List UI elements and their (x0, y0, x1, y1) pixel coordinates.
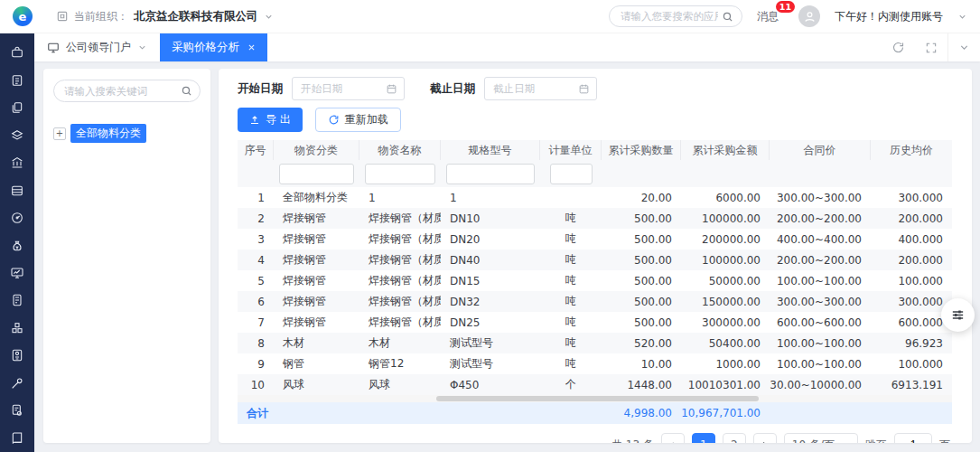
table-cell: 300.00~300.00 (770, 291, 871, 312)
material-name-link[interactable]: 风球 (359, 374, 441, 395)
material-name-link[interactable]: 焊接钢管（材质... (359, 229, 441, 250)
column-settings-button[interactable] (941, 298, 975, 332)
sidebar-item-report[interactable] (0, 66, 34, 93)
table-cell: 10010301.00 (681, 374, 770, 395)
table-cell: 300.000 (871, 187, 952, 208)
column-filter-input-1[interactable] (279, 164, 354, 184)
table-cell: 9 (238, 353, 274, 374)
end-date-picker[interactable] (484, 77, 597, 100)
calendar-icon (386, 83, 397, 95)
tab-procurement-price-analysis[interactable]: 采购价格分析 (160, 33, 267, 61)
table-cell: 100.00~100.00 (770, 333, 871, 353)
table-cell: 焊接钢管 (274, 250, 359, 270)
sidebar-item-rows[interactable] (0, 176, 34, 203)
page-size-select[interactable]: 10 条/页 (784, 433, 858, 443)
material-name-link[interactable]: 钢管12 (359, 353, 441, 374)
summary-cell (770, 402, 871, 424)
material-name-link[interactable]: 焊接钢管（材质... (359, 250, 441, 270)
refresh-icon[interactable] (882, 33, 915, 61)
table-cell: 吨 (540, 291, 602, 312)
column-header: 合同价 (770, 140, 871, 160)
table-cell: 1 (441, 187, 540, 208)
sidebar-item-cubes[interactable] (0, 315, 34, 342)
material-name-link[interactable]: 木材 (359, 333, 441, 353)
page-size-value: 10 条/页 (792, 438, 835, 444)
fullscreen-icon[interactable] (915, 33, 947, 61)
sidebar-item-wrench[interactable] (0, 370, 34, 397)
sidebar-item-book[interactable] (0, 425, 34, 452)
tree-search-icon[interactable] (181, 85, 192, 97)
table-row: 7焊接钢管焊接钢管（材质...DN25吨500.00300000.00600.0… (238, 312, 952, 333)
org-switcher[interactable]: 当前组织： 北京益企联科技有限公司 (56, 9, 274, 24)
messages-link[interactable]: 消息 11 (757, 9, 784, 24)
table-cell: 5 (238, 270, 274, 291)
table-cell: 测试型号 (441, 353, 540, 374)
avatar[interactable] (798, 5, 820, 27)
export-label: 导 出 (266, 112, 291, 127)
sidebar-item-doc-gear[interactable] (0, 397, 34, 424)
table-cell: 500.00 (602, 291, 681, 312)
tree-node-all-materials[interactable]: 全部物料分类 (70, 124, 146, 143)
table-row: 4焊接钢管焊接钢管（材质...DN40吨500.00100000.00200.0… (238, 250, 952, 270)
column-header: 物资分类 (274, 140, 359, 160)
sidebar-item-chart-monitor[interactable] (0, 259, 34, 287)
reload-button[interactable]: 重新加载 (315, 108, 401, 132)
end-date-input[interactable] (493, 83, 574, 94)
doc-gear-icon (10, 403, 24, 418)
app-search-input[interactable] (621, 11, 718, 22)
table-cell: 200.00~200.00 (770, 250, 871, 270)
page-button-1[interactable]: 1 (692, 433, 715, 443)
tree-root-row: + 全部物料分类 (53, 124, 201, 143)
table-cell: 风球 (274, 374, 359, 395)
tab-close-icon[interactable] (247, 43, 256, 52)
tree-search-input[interactable] (64, 86, 176, 97)
page-button-2[interactable]: 2 (723, 433, 746, 443)
app-search[interactable] (609, 5, 742, 27)
column-filter-input-2[interactable] (365, 164, 435, 184)
sidebar-item-badge[interactable] (0, 342, 34, 369)
column-filter-input-4[interactable] (550, 164, 593, 184)
table-filter-row (238, 160, 952, 187)
brand-logo-icon: e (13, 6, 33, 26)
column-filter-input-3[interactable] (446, 164, 535, 184)
table-cell: DN20 (441, 229, 540, 250)
sidebar-item-layers[interactable] (0, 121, 34, 148)
sidebar-item-briefcase[interactable] (0, 39, 34, 66)
start-date-input[interactable] (301, 83, 382, 94)
end-date-label: 截止日期 (430, 81, 475, 97)
table-cell: DN10 (441, 208, 540, 229)
tabs-menu-chevron-icon[interactable] (947, 33, 980, 61)
table-cell: 10 (238, 374, 274, 395)
filter-cell (359, 164, 441, 184)
material-category-panel: + 全部物料分类 (43, 69, 210, 443)
table-cell: 400.000 (871, 229, 952, 250)
table-cell: 300.000 (871, 291, 952, 312)
jump-suffix: 页 (939, 438, 950, 444)
sidebar-item-gauge[interactable] (0, 204, 34, 231)
tree-search[interactable] (53, 80, 201, 102)
table-cell: 8 (238, 333, 274, 353)
prev-page-button[interactable] (661, 433, 685, 443)
next-page-button[interactable] (753, 433, 777, 443)
horizontal-scrollbar[interactable] (238, 395, 952, 402)
start-date-picker[interactable] (292, 77, 405, 100)
monitor-icon (47, 42, 60, 54)
export-button[interactable]: 导 出 (238, 108, 303, 132)
sidebar-item-calculator[interactable] (0, 287, 34, 314)
search-icon[interactable] (722, 11, 733, 23)
sidebar-item-bank[interactable] (0, 149, 34, 176)
scrollbar-thumb[interactable] (436, 396, 759, 401)
portal-selector[interactable]: 公司领导门户 (34, 33, 160, 61)
gauge-icon (10, 211, 24, 225)
sidebar-item-money-bag[interactable] (0, 231, 34, 259)
material-name-link[interactable]: 1 (359, 187, 441, 208)
user-greeting[interactable]: 下午好！内测使用账号 (835, 9, 943, 24)
material-name-link[interactable]: 焊接钢管（材质... (359, 312, 441, 333)
material-name-link[interactable]: 焊接钢管（材质... (359, 270, 441, 291)
material-name-link[interactable]: 焊接钢管（材质... (359, 291, 441, 312)
tree-expander[interactable]: + (53, 127, 66, 140)
jump-page-input[interactable] (894, 433, 932, 443)
material-name-link[interactable]: 焊接钢管（材质... (359, 208, 441, 229)
sidebar-item-pages[interactable] (0, 94, 34, 121)
user-menu-chevron-icon[interactable] (957, 12, 967, 22)
